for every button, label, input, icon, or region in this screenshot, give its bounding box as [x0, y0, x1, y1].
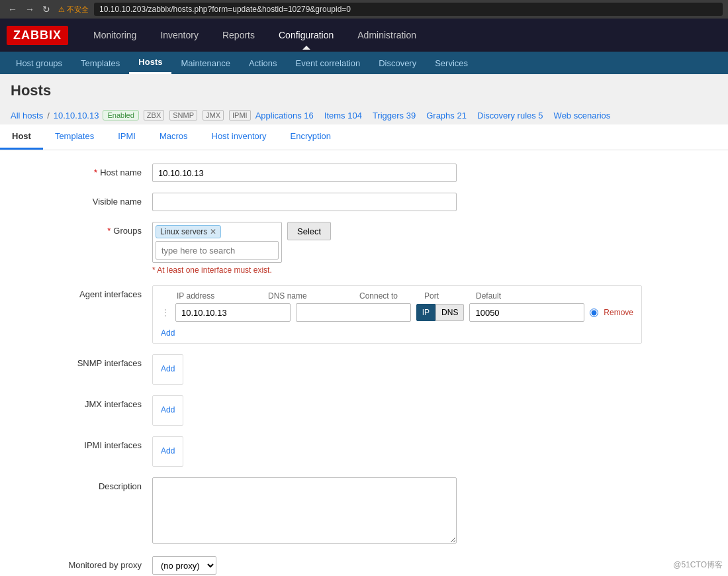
- protocol-jmx: JMX: [203, 110, 224, 120]
- sub-link-items[interactable]: Items 104: [324, 111, 362, 120]
- interface-warning: * At least one interface must exist.: [152, 265, 457, 275]
- page-title: Hosts: [11, 82, 717, 99]
- connect-dns-btn[interactable]: DNS: [435, 304, 464, 321]
- jmx-interfaces-row: JMX interfaces Add: [20, 395, 708, 426]
- snmp-label: SNMP interfaces: [20, 354, 152, 368]
- host-name-row: *Host name: [20, 164, 708, 182]
- ipmi-add-link[interactable]: Add: [161, 446, 175, 456]
- sub-link-graphs[interactable]: Graphs 21: [426, 111, 467, 120]
- agent-ip-input[interactable]: [175, 303, 291, 322]
- connect-ip-btn[interactable]: IP: [416, 304, 435, 321]
- url-bar[interactable]: [94, 3, 723, 16]
- refresh-button[interactable]: ↻: [40, 4, 53, 15]
- sub-link-triggers[interactable]: Triggers 39: [373, 111, 416, 120]
- tab-templates[interactable]: Templates: [43, 124, 106, 150]
- sub-link-web[interactable]: Web scenarios: [554, 111, 611, 120]
- sub-link-discovery[interactable]: Discovery rules 5: [477, 111, 543, 120]
- nav-discovery[interactable]: Discovery: [369, 53, 426, 73]
- select-button[interactable]: Select: [287, 222, 331, 240]
- breadcrumb-all-hosts[interactable]: All hosts: [11, 111, 43, 120]
- col-port-label: Port: [424, 291, 471, 301]
- host-name-input[interactable]: [152, 164, 457, 182]
- top-nav-items: Monitoring Inventory Reports Configurati…: [81, 21, 428, 50]
- group-tag-label: Linux servers: [160, 227, 207, 236]
- nav-hosts[interactable]: Hosts: [129, 52, 171, 74]
- top-nav: ZABBIX Monitoring Inventory Reports Conf…: [0, 19, 728, 52]
- nav-inventory[interactable]: Inventory: [148, 21, 210, 50]
- protocol-snmp: SNMP: [169, 110, 197, 120]
- host-name-label: *Host name: [20, 164, 152, 177]
- jmx-section-box: Add: [152, 395, 183, 426]
- agent-interfaces-label: Agent interfaces: [20, 285, 152, 299]
- nav-configuration[interactable]: Configuration: [267, 21, 345, 50]
- linux-servers-tag: Linux servers ✕: [156, 225, 221, 238]
- nav-monitoring[interactable]: Monitoring: [81, 21, 148, 50]
- col-default-label: Default: [476, 291, 509, 301]
- remove-tag-btn[interactable]: ✕: [210, 227, 216, 236]
- group-tags: Linux servers ✕: [156, 225, 279, 238]
- tab-ipmi[interactable]: IPMI: [106, 124, 148, 150]
- logo[interactable]: ZABBIX: [7, 26, 68, 45]
- nav-reports[interactable]: Reports: [210, 21, 267, 50]
- security-warning: ⚠ 不安全: [58, 5, 89, 15]
- tab-host-inventory[interactable]: Host inventory: [200, 124, 279, 150]
- drag-handle-icon[interactable]: ⋮: [161, 307, 170, 318]
- agent-interfaces-header: IP address DNS name Connect to Port Defa…: [161, 291, 633, 301]
- back-button[interactable]: ←: [5, 4, 20, 15]
- description-row: Description: [20, 477, 708, 546]
- col-ip-label: IP address: [177, 291, 263, 301]
- proxy-select[interactable]: (no proxy): [152, 556, 216, 575]
- visible-name-input[interactable]: [152, 193, 457, 211]
- protocol-ipmi: IPMI: [229, 110, 251, 120]
- snmp-add-link[interactable]: Add: [161, 364, 175, 373]
- agent-dns-input[interactable]: [296, 303, 411, 322]
- agent-interface-row: ⋮ IP DNS Remove: [161, 301, 633, 324]
- nav-host-groups[interactable]: Host groups: [7, 53, 71, 73]
- snmp-section-box: Add: [152, 354, 183, 385]
- host-name-control: [152, 164, 457, 182]
- groups-wrapper[interactable]: Linux servers ✕: [152, 222, 282, 263]
- second-nav: Host groups Templates Hosts Maintenance …: [0, 52, 728, 74]
- agent-interfaces-box: IP address DNS name Connect to Port Defa…: [152, 285, 642, 344]
- nav-administration[interactable]: Administration: [345, 21, 428, 50]
- groups-required-star: *: [107, 226, 111, 236]
- proxy-label: Monitored by proxy: [20, 556, 152, 570]
- default-radio[interactable]: [590, 309, 598, 317]
- nav-actions[interactable]: Actions: [240, 53, 287, 73]
- groups-label: *Groups: [20, 222, 152, 236]
- page-header: Hosts All hosts / 10.10.10.13 Enabled ZB…: [0, 74, 728, 124]
- breadcrumb-sep1: /: [47, 111, 50, 120]
- proxy-row: Monitored by proxy (no proxy): [20, 556, 708, 575]
- nav-event-correlation[interactable]: Event correlation: [287, 53, 370, 73]
- groups-search-input[interactable]: [156, 241, 279, 260]
- jmx-add-link[interactable]: Add: [161, 405, 175, 414]
- main-content: *Host name Visible name *Groups Linux se…: [0, 150, 728, 576]
- browser-bar: ← → ↻ ⚠ 不安全: [0, 0, 728, 19]
- nav-services[interactable]: Services: [426, 53, 477, 73]
- nav-maintenance[interactable]: Maintenance: [171, 53, 239, 73]
- breadcrumb-host[interactable]: 10.10.10.13: [54, 111, 99, 120]
- description-textarea[interactable]: [152, 477, 457, 544]
- col-connect-label: Connect to: [359, 291, 419, 301]
- jmx-label: JMX interfaces: [20, 395, 152, 409]
- agent-add-link[interactable]: Add: [161, 328, 175, 338]
- agent-remove-link[interactable]: Remove: [604, 308, 633, 317]
- proxy-control: (no proxy): [152, 556, 457, 575]
- tab-encryption[interactable]: Encryption: [279, 124, 343, 150]
- groups-row: *Groups Linux servers ✕ Select * At leas…: [20, 222, 708, 275]
- forward-button[interactable]: →: [23, 4, 37, 15]
- sub-link-applications[interactable]: Applications 16: [255, 111, 314, 120]
- description-label: Description: [20, 477, 152, 491]
- col-dns-label: DNS name: [268, 291, 354, 301]
- required-star: *: [94, 168, 97, 177]
- tab-host[interactable]: Host: [0, 124, 43, 150]
- description-control: [152, 477, 457, 546]
- nav-templates[interactable]: Templates: [71, 53, 129, 73]
- ipmi-section-box: Add: [152, 436, 183, 467]
- browser-nav-btns[interactable]: ← → ↻: [5, 4, 53, 15]
- connect-btns: IP DNS: [416, 304, 465, 321]
- status-badge: Enabled: [103, 110, 138, 120]
- port-input[interactable]: [469, 303, 584, 322]
- tab-macros[interactable]: Macros: [148, 124, 200, 150]
- ipmi-interfaces-row: IPMI interfaces Add: [20, 436, 708, 467]
